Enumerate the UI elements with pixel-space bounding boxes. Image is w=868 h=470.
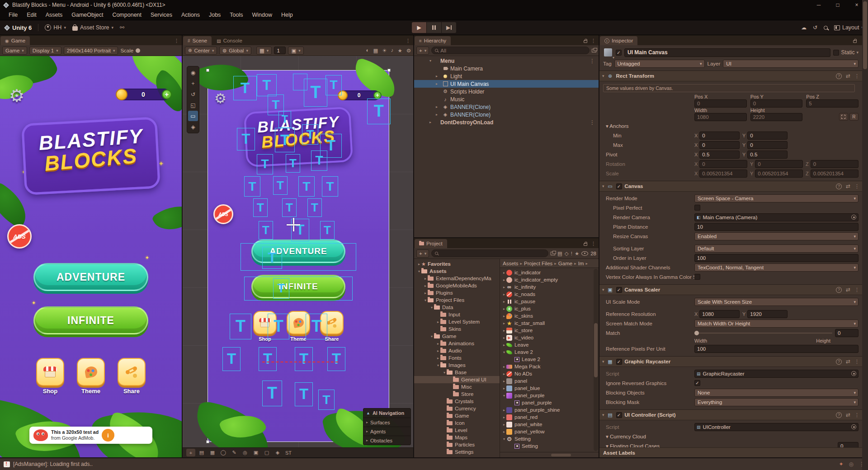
shading-mode-icon[interactable]: ◐ xyxy=(366,47,369,54)
gameobject-active-checkbox[interactable]: ✓ xyxy=(616,50,622,56)
rect-tool-icon[interactable]: ▭ xyxy=(188,111,198,121)
text-gizmo[interactable]: T xyxy=(237,128,255,150)
property-dropdown[interactable]: Screen Space - Camera xyxy=(694,194,859,202)
strip-paint-icon[interactable]: ✎ xyxy=(230,449,239,456)
asset-item-panel-red[interactable]: ▸panel_red xyxy=(500,414,599,421)
object-picker-icon[interactable] xyxy=(851,424,856,429)
play-button[interactable]: ▶ xyxy=(412,22,426,33)
expander-icon[interactable]: ▾ xyxy=(429,59,431,63)
help-icon[interactable]: ? xyxy=(836,73,842,79)
text-gizmo[interactable]: T xyxy=(320,221,335,240)
ai-obstacles-item[interactable]: ▸Obstacles xyxy=(363,436,410,445)
object-picker-icon[interactable] xyxy=(851,371,856,376)
admob-test-banner[interactable]: This a 320x50 test adfrom Google AdMob. … xyxy=(29,427,152,444)
slider-handle[interactable] xyxy=(694,331,699,335)
object-field[interactable]: ▤GraphicRaycaster xyxy=(694,370,859,378)
effects-toggle-icon[interactable]: ★ xyxy=(397,47,402,54)
tab-inspector[interactable]: i Inspector xyxy=(600,36,637,45)
expander-icon[interactable]: ▸ xyxy=(502,372,506,376)
expander-icon[interactable]: ▸ xyxy=(502,329,506,333)
menu-tools[interactable]: Tools xyxy=(226,11,247,19)
asset-item-panel-blue[interactable]: ▸panel_blue xyxy=(500,385,599,392)
static-toggle[interactable]: Static▾ xyxy=(833,49,859,56)
tree-item-googlemobileads[interactable]: ▸GoogleMobileAds xyxy=(414,282,500,289)
asset-item-setting[interactable]: Setting xyxy=(500,442,599,450)
presets-icon[interactable]: ⇄ xyxy=(846,183,850,189)
asset-item-ic-indicator-empty[interactable]: ▸ic_indicator_empty xyxy=(500,276,599,283)
expander-icon[interactable]: ▸ xyxy=(502,321,506,325)
project-openwin-icon[interactable] xyxy=(551,252,555,255)
tree-item-level[interactable]: Level xyxy=(414,427,500,434)
property-dropdown[interactable]: Enabled xyxy=(694,232,859,240)
expander-icon[interactable]: ▸ xyxy=(502,271,506,275)
status-paint-icon[interactable]: ✦ xyxy=(839,461,843,467)
menu-gameobject[interactable]: GameObject xyxy=(67,11,107,19)
row-options-icon[interactable]: ⋮ xyxy=(590,58,599,64)
expander-icon[interactable]: ▸ xyxy=(436,349,440,353)
value-field[interactable]: 0 xyxy=(699,141,740,149)
expander-icon[interactable]: ▸ xyxy=(502,343,506,347)
asset-item-panel-white[interactable]: ▸panel_white xyxy=(500,421,599,428)
expander-icon[interactable]: ▸ xyxy=(436,320,440,324)
expander-icon[interactable]: ▾ xyxy=(429,306,434,310)
menu-assets[interactable]: Assets xyxy=(42,11,67,19)
breadcrumb-item[interactable]: Game xyxy=(558,261,572,266)
component-header[interactable]: ▾▤✓UI Controller (Script)?⇄⋮ xyxy=(599,410,862,420)
2d-toggle-icon[interactable]: ▦ xyxy=(373,47,378,54)
tree-item-audio[interactable]: ▸Audio xyxy=(414,347,500,354)
asset-item-leave-2[interactable]: Leave 2 xyxy=(500,356,599,363)
minimize-button[interactable]: ─ xyxy=(811,0,826,9)
value-field[interactable]: 5 xyxy=(806,99,859,108)
asset-item-ic-noads[interactable]: ▸ic_noads xyxy=(500,291,599,298)
text-gizmo[interactable]: T xyxy=(257,74,277,96)
raw-edit-button[interactable]: R xyxy=(849,113,859,121)
text-gizmo[interactable]: T xyxy=(268,314,289,339)
scene-camera-settings-icon[interactable]: ⚙ xyxy=(406,47,411,54)
foldout-label[interactable]: ▾ Anchors xyxy=(599,123,629,129)
inspector-scrollbar[interactable] xyxy=(862,0,868,470)
value-field[interactable]: 1080 xyxy=(699,310,740,318)
value-field[interactable]: 100 xyxy=(694,345,859,353)
object-field[interactable]: ▤UIController xyxy=(694,423,859,431)
asset-item-ic-plus[interactable]: ▸+ic_plus xyxy=(500,305,599,312)
search-by-type-icon[interactable]: ▤ xyxy=(557,250,562,257)
component-header[interactable]: ▾⊕Rect Transform?⇄⋮ xyxy=(599,71,862,81)
property-dropdown[interactable]: Scale With Screen Size xyxy=(694,298,859,306)
property-dropdown[interactable]: TexCoord1, Normal, Tangent xyxy=(694,263,859,272)
tab-project[interactable]: Project xyxy=(415,239,447,248)
grid-visibility-dropdown[interactable]: ▦▾ xyxy=(256,47,272,55)
hierarchy-menu-icon[interactable]: ⋮ xyxy=(591,38,596,44)
layer-dropdown[interactable]: UI xyxy=(723,60,859,68)
value-field[interactable]: 0.5 xyxy=(699,150,740,159)
expander-icon[interactable]: ▸ xyxy=(502,365,506,369)
lighting-toggle-icon[interactable]: ☀ xyxy=(382,47,387,54)
console-log-icon[interactable] xyxy=(4,461,10,467)
expander-icon[interactable]: ▸ xyxy=(502,307,506,311)
expander-icon[interactable]: ▾ xyxy=(502,437,506,441)
infinite-button[interactable]: INFINITE xyxy=(33,306,148,334)
text-gizmo[interactable]: T xyxy=(304,79,327,107)
blueprint-mode-button[interactable] xyxy=(839,113,848,121)
value-field[interactable]: 10 xyxy=(694,223,859,231)
asset-store-dropdown[interactable]: Asset Store▾ xyxy=(72,24,113,31)
expander-icon[interactable]: ▸ xyxy=(423,277,428,281)
version-control-icon[interactable]: ⚯ xyxy=(120,24,124,31)
help-icon[interactable]: ? xyxy=(836,359,842,365)
value-field[interactable]: 100 xyxy=(694,254,859,262)
tool-handle-rotation-dropdown[interactable]: ◍Global▾ xyxy=(219,47,251,55)
text-gizmo[interactable]: T xyxy=(257,154,273,174)
tree-item-base[interactable]: ▾Base xyxy=(414,369,500,376)
asset-list-scrollbar[interactable] xyxy=(594,269,598,451)
game-scale-slider[interactable] xyxy=(136,48,140,53)
value-field[interactable]: 0.005201354 xyxy=(755,169,803,178)
game-display-mode-dropdown[interactable]: Game▾ xyxy=(2,47,27,55)
settings-gear-button[interactable]: ⚙ xyxy=(9,86,24,106)
share-button[interactable]: Share xyxy=(118,358,146,395)
text-gizmo[interactable]: T xyxy=(259,347,277,371)
tree-item-level-system[interactable]: ▸Level System xyxy=(414,318,500,325)
scene-panel-menu-icon[interactable]: ⋮ xyxy=(406,38,410,44)
menu-help[interactable]: Help xyxy=(277,11,297,19)
snap-increment-field[interactable]: 1 xyxy=(274,47,286,54)
value-field[interactable]: 0 xyxy=(750,99,803,108)
audio-toggle-icon[interactable]: ♪ xyxy=(391,47,394,54)
